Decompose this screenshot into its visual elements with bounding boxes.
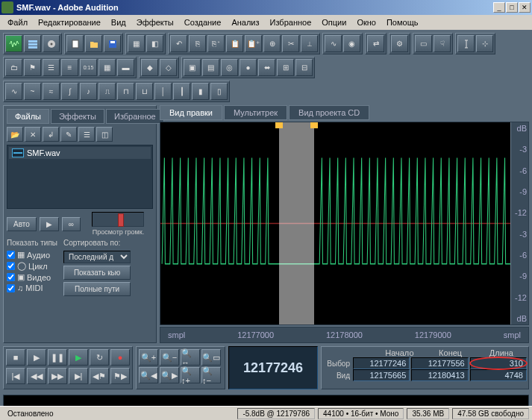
toggle-1[interactable]: ▦ [128, 35, 145, 52]
panel-mixer-button[interactable]: ≡ [61, 59, 78, 76]
main-tab-edit[interactable]: Вид правки [160, 105, 222, 120]
time-ruler[interactable]: smpl 12177000 12178000 12179000 smpl [160, 327, 529, 343]
tool-c4[interactable]: ∫ [61, 83, 78, 100]
preview-play-button[interactable]: ▶ [40, 217, 59, 231]
menu-file[interactable]: Файл [3, 16, 32, 28]
chk-loop[interactable]: ◯Цикл [7, 261, 57, 271]
toggle-2[interactable]: ◧ [146, 35, 163, 52]
save-button[interactable] [104, 35, 121, 52]
ibeam-tool[interactable] [457, 35, 475, 52]
zoom-out-h-button[interactable]: 🔍− [160, 349, 179, 366]
file-opts-icon[interactable]: ☰ [78, 127, 95, 142]
tool-b1[interactable]: ▣ [184, 59, 201, 76]
phase-button[interactable]: ◉ [343, 35, 360, 52]
menu-generate[interactable]: Создание [180, 16, 226, 28]
file-close-icon[interactable]: ✕ [25, 127, 41, 142]
waveform-view[interactable]: /* */ dB -3 -6 -9 -12 -3 -6 -9 [160, 122, 529, 325]
tool-b5[interactable]: ⬌ [258, 59, 275, 76]
main-tab-cd[interactable]: Вид проекта CD [289, 105, 369, 120]
menu-view[interactable]: Вид [107, 16, 131, 28]
cd-mode-button[interactable] [43, 35, 60, 52]
panel-sel-button[interactable]: ▦ [98, 59, 116, 76]
chk-video[interactable]: ▣Видео [7, 272, 57, 282]
tool-c1[interactable]: ∿ [5, 83, 22, 100]
zoom-full-button[interactable]: 🔍↔ [181, 349, 200, 366]
side-tab-effects[interactable]: Эффекты [51, 109, 104, 124]
stop-button[interactable]: ■ [6, 349, 25, 366]
multitrack-mode-button[interactable] [24, 35, 41, 52]
file-item[interactable]: SMF.wav [9, 147, 151, 159]
preview-loop-button[interactable]: ∞ [62, 217, 81, 231]
go-end-button[interactable]: ▶| [69, 368, 88, 384]
tool-c3[interactable]: ≈ [43, 83, 60, 100]
view-end-field[interactable]: 12180413 [411, 369, 468, 381]
file-insert-icon[interactable]: ↲ [43, 127, 59, 142]
zoom-in-v-button[interactable]: 🔍↕+ [181, 367, 200, 383]
trim-button[interactable]: ⟂ [301, 35, 318, 52]
tool-a1[interactable]: ◆ [141, 59, 158, 76]
spectral-button[interactable]: ∿ [325, 35, 342, 52]
menu-edit[interactable]: Редактирование [34, 16, 105, 28]
side-tab-files[interactable]: Файлы [7, 109, 49, 124]
full-paths-button[interactable]: Полные пути [63, 282, 131, 296]
mix-paste-button[interactable]: ⊕ [263, 35, 281, 52]
tool-b3[interactable]: ◎ [221, 59, 238, 76]
tool-c10[interactable]: ┃ [173, 83, 190, 100]
go-start-button[interactable]: |◀ [6, 368, 25, 384]
menu-favorites[interactable]: Избранное [266, 16, 316, 28]
menu-window[interactable]: Окно [352, 16, 381, 28]
tool-b6[interactable]: ⊞ [277, 59, 294, 76]
undo-button[interactable]: ↶ [170, 35, 187, 52]
chk-midi[interactable]: ♫MIDI [7, 283, 57, 292]
tool-b2[interactable]: ▤ [202, 59, 219, 76]
sel-length-field[interactable]: 310 [470, 357, 527, 369]
file-open-icon[interactable]: 📂 [7, 127, 23, 142]
sel-end-field[interactable]: 12177556 [411, 357, 468, 369]
menu-help[interactable]: Помощь [382, 16, 423, 28]
tool-c12[interactable]: ▯ [210, 83, 228, 100]
rewind-button[interactable]: ◀◀ [27, 368, 46, 384]
chk-audio[interactable]: ▦Аудио [7, 250, 57, 260]
zoom-in-left-button[interactable]: 🔍◀ [139, 367, 158, 383]
file-edit-icon[interactable]: ✎ [60, 127, 77, 142]
zoom-in-right-button[interactable]: 🔍▶ [160, 367, 179, 383]
close-button[interactable]: ✕ [519, 2, 531, 13]
cut-button[interactable]: ✂ [282, 35, 299, 52]
tool-c2[interactable]: ~ [24, 83, 41, 100]
zoom-sel-button[interactable]: 🔍▭ [201, 349, 221, 366]
selection-region[interactable] [279, 122, 314, 325]
play-button[interactable]: ▶ [27, 349, 46, 366]
auto-play-button[interactable]: Авто [7, 217, 37, 231]
sel-start-field[interactable]: 12177246 [353, 357, 410, 369]
open-button[interactable] [85, 35, 102, 52]
menu-effects[interactable]: Эффекты [132, 16, 178, 28]
zoom-in-h-button[interactable]: 🔍+ [139, 349, 158, 366]
marquee-tool[interactable]: ▭ [415, 35, 432, 52]
tool-c7[interactable]: ⊓ [117, 83, 134, 100]
panel-files-button[interactable]: 🗀 [5, 59, 22, 76]
view-start-field[interactable]: 12175665 [353, 369, 410, 381]
sort-select[interactable]: Последний д [63, 251, 131, 263]
file-view-icon[interactable]: ◫ [96, 127, 113, 142]
panel-level-button[interactable]: ▬ [117, 59, 134, 76]
copy-new-button[interactable]: ⎘⁺ [207, 35, 225, 52]
tool-a2[interactable]: ◇ [160, 59, 177, 76]
record-button[interactable]: ● [110, 349, 130, 366]
show-cue-button[interactable]: Показать кью [63, 266, 131, 280]
panel-tracks-button[interactable]: ☰ [43, 59, 60, 76]
file-list[interactable]: SMF.wav [7, 145, 153, 209]
paste-new-button[interactable]: 📋⁺ [245, 35, 262, 52]
preview-volume-slider[interactable] [92, 212, 144, 227]
main-tab-multitrack[interactable]: Мультитрек [224, 105, 287, 120]
tool-c5[interactable]: ♪ [80, 83, 97, 100]
pause-button[interactable]: ❚❚ [48, 349, 67, 366]
maximize-button[interactable]: □ [506, 2, 518, 13]
tool-c11[interactable]: ▮ [192, 83, 209, 100]
minimize-button[interactable]: _ [493, 2, 505, 13]
tool-b7[interactable]: ⊟ [295, 59, 313, 76]
move-tool[interactable]: ⊹ [476, 35, 493, 52]
view-length-field[interactable]: 4748 [470, 369, 527, 381]
side-tab-favorites[interactable]: Избранное [106, 109, 164, 124]
loop-play-button[interactable]: ↻ [90, 349, 109, 366]
tool-b4[interactable]: ● [240, 59, 257, 76]
